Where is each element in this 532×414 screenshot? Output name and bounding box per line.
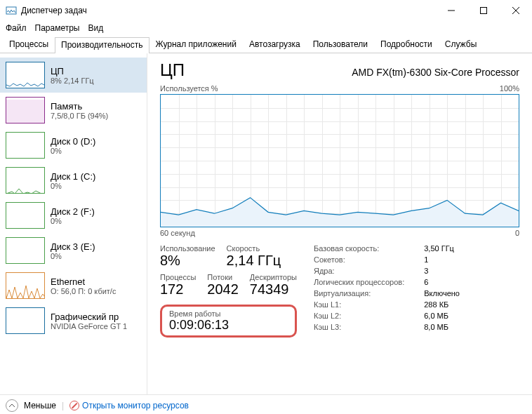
menu-view[interactable]: Вид	[88, 23, 103, 33]
sidebar-sub: 0%	[51, 252, 95, 260]
footer: Меньше | Открыть монитор ресурсов	[0, 394, 532, 414]
app-icon	[6, 5, 17, 16]
fewer-details-label[interactable]: Меньше	[24, 401, 56, 410]
cpu-heading: ЦП	[160, 60, 185, 80]
sidebar-item-disk1[interactable]: Диск 1 (C:)0%	[0, 163, 147, 198]
menu-file[interactable]: Файл	[6, 23, 27, 33]
sidebar-label: Диск 2 (F:)	[51, 206, 95, 217]
chevron-up-icon	[8, 402, 15, 409]
info-lp-k: Логических процессоров:	[314, 278, 404, 286]
sidebar-label: Память	[51, 101, 108, 112]
sidebar-sub: О: 56,0 П: 0 кбит/с	[51, 287, 116, 295]
sidebar-sub: 8% 2,14 ГГц	[51, 76, 94, 85]
sidebar-label: Диск 1 (C:)	[51, 171, 95, 182]
svg-marker-6	[161, 198, 519, 227]
info-lp-v: 6	[424, 278, 460, 286]
tab-processes[interactable]: Процессы	[3, 36, 55, 53]
info-l1-k: Кэш L1:	[314, 300, 404, 309]
sidebar-sub: NVIDIA GeForce GT 1	[51, 322, 127, 330]
performance-panel: ЦП AMD FX(tm)-6300 Six-Core Processor Ис…	[147, 53, 532, 394]
sidebar-label: Диск 0 (D:)	[51, 136, 95, 147]
disk-thumb-chart	[6, 132, 45, 159]
sidebar-sub: 0%	[51, 217, 95, 225]
uptime-value: 0:09:06:13	[169, 318, 288, 333]
close-button[interactable]	[500, 0, 532, 21]
processes-value: 172	[160, 281, 196, 298]
sidebar-item-cpu[interactable]: ЦП8% 2,14 ГГц	[0, 58, 147, 93]
speed-value: 2,14 ГГц	[227, 253, 281, 269]
gpu-thumb-chart	[6, 307, 45, 334]
info-virt-k: Виртуализация:	[314, 289, 404, 298]
threads-label: Потоки	[207, 273, 239, 281]
svg-rect-5	[6, 100, 45, 123]
info-cores-k: Ядра:	[314, 267, 404, 275]
threads-value: 2042	[207, 281, 239, 298]
processes-label: Процессы	[160, 273, 196, 281]
tab-details[interactable]: Подробности	[374, 36, 439, 53]
info-cores-v: 3	[424, 267, 460, 275]
sidebar-sub: 0%	[51, 182, 95, 190]
speed-label: Скорость	[227, 244, 281, 253]
sidebar-item-ethernet[interactable]: EthernetО: 56,0 П: 0 кбит/с	[0, 268, 147, 303]
chart-y-max: 100%	[500, 84, 519, 93]
fewer-details-button[interactable]	[6, 399, 18, 412]
sidebar-item-disk0[interactable]: Диск 0 (D:)0%	[0, 128, 147, 163]
disk-thumb-chart	[6, 202, 45, 229]
cpu-info-grid: Базовая скорость:3,50 ГГц Сокетов:1 Ядра…	[314, 244, 460, 338]
tab-app-history[interactable]: Журнал приложений	[149, 36, 243, 53]
usage-label: Использование	[160, 244, 215, 253]
sidebar-item-disk2[interactable]: Диск 2 (F:)0%	[0, 198, 147, 233]
disk-thumb-chart	[6, 237, 45, 264]
titlebar: Диспетчер задач	[0, 0, 532, 21]
svg-rect-2	[481, 8, 487, 14]
sidebar-label: ЦП	[51, 66, 94, 76]
info-virt-v: Включено	[424, 289, 460, 298]
uptime-highlight: Время работы 0:09:06:13	[160, 305, 297, 338]
tab-services[interactable]: Службы	[439, 36, 483, 53]
maximize-button[interactable]	[467, 0, 500, 21]
info-l3-k: Кэш L3:	[314, 323, 404, 331]
chart-x-right: 0	[515, 229, 519, 237]
memory-thumb-chart	[6, 97, 45, 123]
sidebar-label: Графический пр	[51, 312, 127, 322]
chart-y-label: Используется %	[160, 84, 218, 93]
sidebar-sub: 0%	[51, 147, 95, 155]
tab-startup[interactable]: Автозагрузка	[243, 36, 307, 53]
minimize-button[interactable]	[435, 0, 467, 21]
resource-monitor-label: Открыть монитор ресурсов	[82, 401, 189, 410]
cpu-thumb-chart	[6, 62, 45, 88]
info-base-speed-k: Базовая скорость:	[314, 244, 404, 253]
info-l2-v: 6,0 МБ	[424, 312, 460, 320]
ethernet-thumb-chart	[6, 272, 45, 299]
chart-x-left: 60 секунд	[160, 229, 195, 237]
info-l2-k: Кэш L2:	[314, 312, 404, 320]
info-sockets-v: 1	[424, 255, 460, 264]
sidebar-label: Ethernet	[51, 276, 116, 287]
tab-strip: Процессы Производительность Журнал прило…	[0, 36, 532, 53]
sidebar-item-memory[interactable]: Память7,5/8,0 ГБ (94%)	[0, 93, 147, 128]
disk-thumb-chart	[6, 167, 45, 194]
uptime-label: Время работы	[169, 309, 288, 318]
sidebar[interactable]: ЦП8% 2,14 ГГц Память7,5/8,0 ГБ (94%) Дис…	[0, 53, 147, 394]
info-base-speed-v: 3,50 ГГц	[424, 244, 460, 253]
info-l1-v: 288 КБ	[424, 300, 460, 309]
info-l3-v: 8,0 МБ	[424, 323, 460, 331]
menu-options[interactable]: Параметры	[35, 23, 80, 33]
info-sockets-k: Сокетов:	[314, 255, 404, 264]
tab-users[interactable]: Пользователи	[307, 36, 374, 53]
tab-performance[interactable]: Производительность	[55, 37, 149, 53]
cpu-model: AMD FX(tm)-6300 Six-Core Processor	[352, 67, 519, 78]
window-title: Диспетчер задач	[21, 6, 435, 15]
sidebar-sub: 7,5/8,0 ГБ (94%)	[51, 112, 108, 120]
handles-value: 74349	[250, 281, 297, 298]
usage-value: 8%	[160, 253, 215, 269]
sidebar-item-gpu[interactable]: Графический прNVIDIA GeForce GT 1	[0, 303, 147, 338]
resource-monitor-icon	[69, 401, 79, 410]
open-resource-monitor-link[interactable]: Открыть монитор ресурсов	[69, 401, 189, 410]
sidebar-item-disk3[interactable]: Диск 3 (E:)0%	[0, 233, 147, 268]
sidebar-label: Диск 3 (E:)	[51, 241, 95, 252]
cpu-usage-chart[interactable]	[160, 94, 519, 227]
handles-label: Дескрипторы	[250, 273, 297, 281]
menubar: Файл Параметры Вид	[0, 21, 532, 35]
